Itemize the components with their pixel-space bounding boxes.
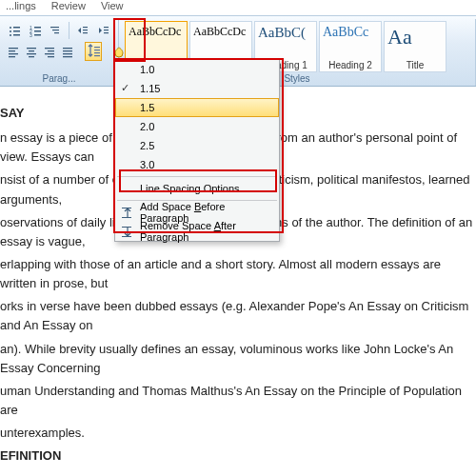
- spacing-option[interactable]: 2.0: [115, 117, 279, 136]
- paragraph-spacing-icon: [119, 205, 134, 220]
- svg-rect-20: [104, 32, 109, 33]
- tab-mailings[interactable]: ...lings: [6, 0, 36, 15]
- svg-rect-33: [63, 48, 72, 49]
- svg-rect-16: [83, 30, 88, 30]
- line-spacing-menu: 1.0✓1.151.52.02.53.0Line Spacing Options…: [114, 59, 280, 242]
- spacing-value: 1.0: [140, 64, 154, 75]
- svg-rect-36: [63, 56, 72, 57]
- style-preview: AaBbC(: [258, 25, 313, 41]
- check-icon: ✓: [121, 82, 129, 94]
- svg-rect-28: [29, 56, 34, 57]
- svg-rect-25: [27, 48, 36, 49]
- bullets-button[interactable]: [6, 21, 23, 40]
- svg-rect-22: [9, 50, 15, 51]
- decrease-indent-button[interactable]: [74, 21, 91, 40]
- doc-heading: EFINITION: [0, 446, 474, 466]
- svg-rect-45: [122, 227, 131, 228]
- svg-rect-23: [9, 53, 18, 54]
- svg-rect-18: [104, 27, 109, 28]
- spacing-value: 1.5: [140, 102, 154, 113]
- svg-rect-38: [94, 50, 100, 50]
- doc-line: uman Understanding and Thomas Malthus's …: [0, 382, 474, 420]
- spacing-value: 1.15: [140, 83, 160, 94]
- doc-line: an). While brevity usually defines an es…: [0, 340, 474, 378]
- svg-rect-30: [48, 50, 54, 51]
- spacing-option[interactable]: 2.5: [115, 136, 279, 155]
- increase-indent-button[interactable]: [95, 21, 112, 40]
- spacing-option[interactable]: 1.0: [115, 60, 279, 79]
- svg-rect-44: [122, 217, 131, 218]
- line-spacing-options[interactable]: Line Spacing Options...: [115, 179, 279, 198]
- menu-item-label: Remove Space After Paragraph: [140, 220, 271, 243]
- tab-view[interactable]: View: [101, 0, 124, 15]
- justify-button[interactable]: [60, 42, 75, 61]
- spacing-value: 3.0: [140, 159, 154, 170]
- style-card[interactable]: AaBbCcHeading 2: [319, 21, 382, 72]
- spacing-option[interactable]: ✓1.15: [115, 79, 279, 98]
- svg-rect-40: [94, 55, 100, 56]
- svg-rect-37: [94, 47, 100, 48]
- svg-rect-39: [94, 52, 100, 53]
- menu-separator: [117, 176, 277, 177]
- spacing-value: 2.0: [140, 121, 154, 132]
- svg-rect-12: [50, 27, 59, 28]
- svg-rect-5: [13, 34, 20, 36]
- svg-rect-19: [104, 30, 109, 30]
- svg-rect-29: [45, 48, 54, 49]
- doc-line: n essay has been defined in a variety of…: [0, 471, 474, 476]
- style-card[interactable]: AaTitle: [384, 21, 446, 72]
- svg-rect-24: [9, 56, 15, 57]
- style-name: Title: [387, 60, 443, 70]
- align-left-button[interactable]: [6, 42, 21, 61]
- svg-rect-31: [45, 53, 54, 54]
- svg-rect-35: [63, 53, 72, 54]
- svg-rect-46: [122, 236, 131, 237]
- spacing-value: 2.5: [140, 140, 154, 151]
- svg-rect-7: [34, 27, 41, 29]
- multilevel-list-button[interactable]: [47, 21, 64, 40]
- svg-rect-21: [9, 48, 18, 49]
- add-space-before[interactable]: Add Space Before Paragraph: [115, 203, 279, 222]
- align-right-button[interactable]: [42, 42, 57, 61]
- svg-rect-13: [52, 30, 59, 30]
- svg-rect-14: [54, 32, 59, 33]
- svg-rect-11: [34, 34, 41, 36]
- svg-rect-43: [122, 208, 131, 208]
- line-spacing-button[interactable]: [85, 42, 102, 61]
- svg-rect-15: [83, 27, 88, 28]
- svg-rect-27: [27, 53, 36, 54]
- paragraph-group: 123 Parag...: [0, 19, 119, 86]
- svg-rect-26: [29, 50, 34, 51]
- svg-rect-32: [48, 56, 54, 57]
- svg-rect-17: [83, 32, 88, 33]
- doc-line: unterexamples.: [0, 424, 474, 443]
- tab-review[interactable]: Review: [51, 0, 86, 15]
- doc-line: orks in verse have been dubbed essays (e…: [0, 297, 474, 335]
- style-preview: Aa: [387, 25, 443, 50]
- style-name: Heading 2: [323, 60, 378, 70]
- paragraph-group-label: Parag...: [6, 73, 112, 86]
- svg-rect-1: [13, 27, 20, 29]
- style-preview: AaBbCcDc: [129, 25, 184, 39]
- style-preview: AaBbCcDc: [193, 25, 248, 39]
- doc-line: erlapping with those of an article and a…: [0, 255, 474, 293]
- svg-point-2: [10, 30, 11, 32]
- svg-text:3: 3: [30, 32, 32, 37]
- paragraph-spacing-icon: [119, 224, 134, 239]
- svg-rect-9: [34, 30, 41, 32]
- ribbon-tabs: ...lings Review View: [0, 0, 476, 15]
- remove-space-after[interactable]: Remove Space After Paragraph: [115, 222, 279, 241]
- numbering-button[interactable]: 123: [26, 21, 43, 40]
- svg-rect-34: [63, 50, 72, 51]
- svg-point-4: [10, 34, 11, 36]
- svg-rect-3: [13, 30, 20, 32]
- style-preview: AaBbCc: [323, 25, 378, 40]
- spacing-option[interactable]: 1.5: [115, 98, 279, 117]
- svg-point-0: [10, 27, 11, 29]
- align-center-button[interactable]: [24, 42, 39, 61]
- spacing-option[interactable]: 3.0: [115, 155, 279, 174]
